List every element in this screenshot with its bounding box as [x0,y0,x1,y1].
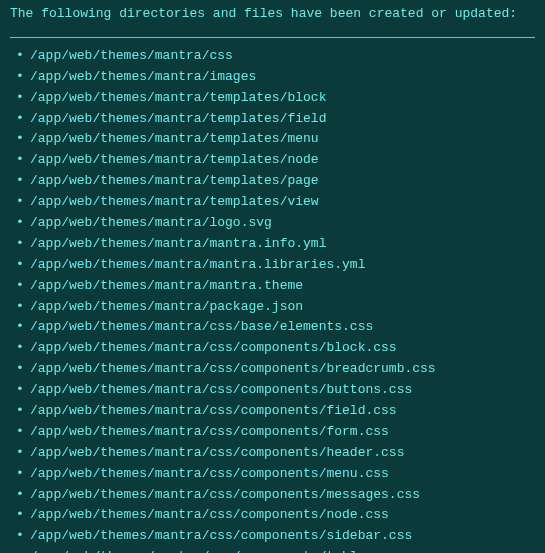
file-list: /app/web/themes/mantra/css/app/web/theme… [10,48,535,553]
file-list-item: /app/web/themes/mantra/css [14,48,535,65]
file-list-item: /app/web/themes/mantra/templates/view [14,194,535,211]
file-list-item: /app/web/themes/mantra/templates/menu [14,131,535,148]
file-list-item: /app/web/themes/mantra/mantra.theme [14,278,535,295]
file-list-item: /app/web/themes/mantra/templates/block [14,90,535,107]
file-list-item: /app/web/themes/mantra/mantra.info.yml [14,236,535,253]
file-list-item: /app/web/themes/mantra/package.json [14,299,535,316]
file-list-item: /app/web/themes/mantra/mantra.libraries.… [14,257,535,274]
file-list-item: /app/web/themes/mantra/css/components/bl… [14,340,535,357]
file-list-item: /app/web/themes/mantra/templates/field [14,111,535,128]
file-list-item: /app/web/themes/mantra/css/base/elements… [14,319,535,336]
file-list-item: /app/web/themes/mantra/templates/page [14,173,535,190]
file-list-item: /app/web/themes/mantra/css/components/he… [14,445,535,462]
file-list-item: /app/web/themes/mantra/css/components/fo… [14,424,535,441]
header-message: The following directories and files have… [10,6,535,29]
file-list-item: /app/web/themes/mantra/templates/node [14,152,535,169]
file-list-item: /app/web/themes/mantra/css/components/me… [14,466,535,483]
file-list-item: /app/web/themes/mantra/css/components/br… [14,361,535,378]
file-list-item: /app/web/themes/mantra/css/components/ta… [14,549,535,553]
file-list-item: /app/web/themes/mantra/css/components/fi… [14,403,535,420]
file-list-item: /app/web/themes/mantra/css/components/no… [14,507,535,524]
file-list-item: /app/web/themes/mantra/css/components/si… [14,528,535,545]
header-separator [10,37,535,38]
file-list-item: /app/web/themes/mantra/images [14,69,535,86]
file-list-item: /app/web/themes/mantra/css/components/me… [14,487,535,504]
file-list-item: /app/web/themes/mantra/logo.svg [14,215,535,232]
file-list-item: /app/web/themes/mantra/css/components/bu… [14,382,535,399]
